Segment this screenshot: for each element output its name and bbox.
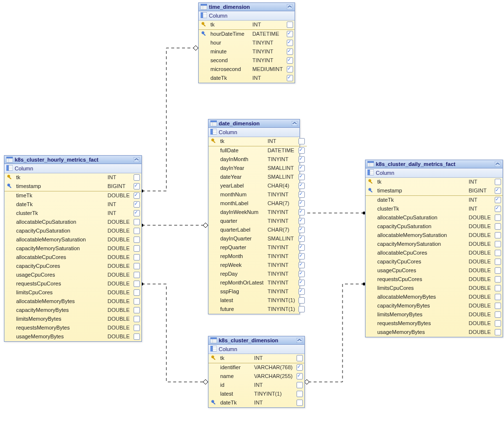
collapse-icon[interactable] (287, 4, 293, 10)
column-name[interactable]: fullDate (218, 146, 266, 155)
column-checkbox[interactable] (132, 227, 142, 236)
column-name[interactable]: capacityMemorySaturation (375, 240, 467, 249)
column-checkbox[interactable] (493, 240, 504, 249)
entity-date-dimension[interactable]: date_dimensionColumntkINTfullDateDATETIM… (208, 119, 300, 314)
column-name[interactable]: usageCpuCores (375, 266, 467, 275)
column-name[interactable]: latest (218, 296, 266, 305)
column-checkbox[interactable] (132, 315, 142, 324)
column-name[interactable]: allocatableCpuSaturation (14, 218, 106, 227)
column-checkbox[interactable] (132, 218, 142, 227)
column-name[interactable]: dateTk (14, 200, 106, 209)
entity-titlebar[interactable]: k8s_cluster_hourly_metrics_fact (4, 156, 141, 164)
column-name[interactable]: microsecond (208, 65, 251, 74)
column-name[interactable]: capacityCpuCores (375, 258, 467, 266)
column-checkbox[interactable] (132, 271, 142, 280)
column-checkbox[interactable] (493, 302, 504, 310)
column-name[interactable]: yearLabel (218, 182, 266, 190)
column-name[interactable]: hourDateTime (208, 30, 251, 39)
column-name[interactable]: limitsMemoryBytes (375, 310, 467, 319)
column-checkbox[interactable] (493, 258, 504, 266)
entity-time-dimension[interactable]: time_dimensionColumntkINThourDateTimeDAT… (198, 2, 295, 83)
column-checkbox[interactable] (493, 310, 504, 319)
column-checkbox[interactable] (493, 178, 504, 187)
column-name[interactable]: allocatableMemorySaturation (375, 231, 467, 240)
column-checkbox[interactable] (297, 217, 308, 226)
column-checkbox[interactable] (285, 56, 296, 65)
column-name[interactable]: tk (14, 173, 106, 182)
column-name[interactable]: future (218, 305, 266, 314)
column-checkbox[interactable] (297, 173, 308, 182)
column-checkbox[interactable] (297, 146, 308, 155)
column-checkbox[interactable] (297, 190, 308, 199)
column-name[interactable]: repWeek (218, 261, 266, 270)
column-name[interactable]: usageCpuCores (14, 271, 106, 280)
column-name[interactable]: sspFlag (218, 287, 266, 296)
column-checkbox[interactable] (132, 280, 142, 288)
column-checkbox[interactable] (285, 21, 296, 29)
column-name[interactable]: requestsCpuCores (375, 275, 467, 284)
column-checkbox[interactable] (132, 253, 142, 262)
column-name[interactable]: latest (218, 390, 252, 399)
column-checkbox[interactable] (295, 390, 305, 399)
column-checkbox[interactable] (295, 399, 305, 407)
column-checkbox[interactable] (297, 182, 308, 190)
column-name[interactable]: repDay (218, 270, 266, 279)
column-checkbox[interactable] (132, 200, 142, 209)
column-name[interactable]: dayInYear (218, 164, 266, 173)
column-name[interactable]: timestamp (375, 187, 467, 195)
column-name[interactable]: timeTk (14, 191, 106, 200)
column-checkbox[interactable] (493, 231, 504, 240)
entity-titlebar[interactable]: k8s_cluster_daily_metrics_fact (366, 160, 503, 168)
column-name[interactable]: capacityMemorySaturation (14, 244, 106, 253)
column-name[interactable]: limitsMemoryBytes (14, 315, 106, 324)
column-name[interactable]: allocatableMemoryBytes (14, 297, 106, 306)
column-name[interactable]: second (208, 56, 251, 65)
column-name[interactable]: repMonthOrLatest (218, 279, 266, 287)
column-checkbox[interactable] (132, 297, 142, 306)
column-name[interactable]: monthLabel (218, 199, 266, 208)
column-checkbox[interactable] (295, 372, 305, 381)
column-name[interactable]: allocatableCpuCores (375, 249, 467, 258)
column-checkbox[interactable] (493, 196, 504, 205)
column-checkbox[interactable] (295, 363, 305, 372)
column-name[interactable]: minute (208, 47, 251, 56)
column-checkbox[interactable] (297, 164, 308, 173)
column-name[interactable]: dayInQuarter (218, 235, 266, 243)
column-checkbox[interactable] (297, 287, 308, 296)
column-name[interactable]: capacityMemoryBytes (14, 306, 106, 315)
column-checkbox[interactable] (132, 332, 142, 341)
collapse-icon[interactable] (297, 338, 302, 344)
column-name[interactable]: identifier (218, 363, 252, 372)
collapse-icon[interactable] (292, 121, 298, 127)
column-checkbox[interactable] (132, 173, 142, 182)
column-checkbox[interactable] (285, 39, 296, 47)
column-checkbox[interactable] (285, 65, 296, 74)
entity-k8s-cluster-hourly-metrics-fact[interactable]: k8s_cluster_hourly_metrics_factColumntkI… (4, 155, 142, 342)
entity-titlebar[interactable]: k8s_cluster_dimension (208, 336, 304, 345)
column-name[interactable]: limitsCpuCores (14, 288, 106, 297)
column-checkbox[interactable] (297, 155, 308, 164)
column-checkbox[interactable] (493, 328, 504, 337)
column-name[interactable]: clusterTk (14, 209, 106, 218)
column-name[interactable]: allocatableCpuSaturation (375, 213, 467, 222)
column-name[interactable]: dayInMonth (218, 155, 266, 164)
column-name[interactable]: name (218, 372, 252, 381)
column-checkbox[interactable] (493, 266, 504, 275)
column-checkbox[interactable] (297, 235, 308, 243)
column-checkbox[interactable] (493, 319, 504, 328)
column-name[interactable]: quarter (218, 217, 266, 226)
column-checkbox[interactable] (297, 305, 308, 314)
column-checkbox[interactable] (297, 208, 308, 217)
column-name[interactable]: dateTk (218, 399, 252, 407)
column-name[interactable]: allocatableCpuCores (14, 253, 106, 262)
column-checkbox[interactable] (493, 187, 504, 195)
column-name[interactable]: repQuarter (218, 243, 266, 252)
column-name[interactable]: allocatableMemoryBytes (375, 293, 467, 302)
column-name[interactable]: tk (218, 354, 252, 363)
column-name[interactable]: repMonth (218, 252, 266, 261)
column-name[interactable]: capacityCpuSaturation (14, 227, 106, 236)
column-checkbox[interactable] (297, 261, 308, 270)
column-name[interactable]: requestsMemoryBytes (375, 319, 467, 328)
column-name[interactable]: dateYear (218, 173, 266, 182)
column-checkbox[interactable] (493, 213, 504, 222)
